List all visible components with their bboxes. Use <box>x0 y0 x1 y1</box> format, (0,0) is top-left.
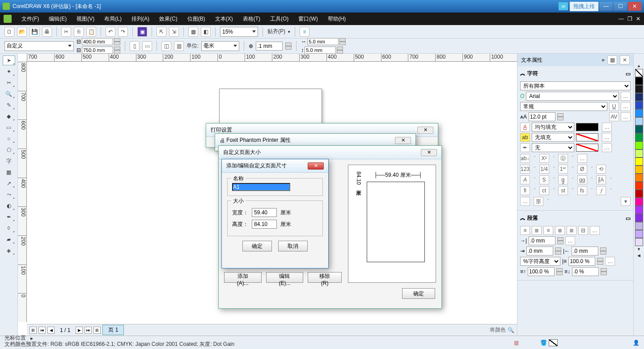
cloud-upload-button[interactable]: ∞ <box>559 2 568 10</box>
align-more-button[interactable]: … <box>590 226 600 235</box>
dup-y-input[interactable] <box>305 47 336 54</box>
char-bg-swatch[interactable] <box>576 133 598 141</box>
pick-tool[interactable]: ➤ <box>3 55 15 65</box>
glyph-more-button[interactable]: … <box>520 197 530 206</box>
drag-upload-button[interactable]: 拖拽上传 <box>570 2 598 11</box>
menu-file[interactable]: 文件(F) <box>17 13 43 25</box>
nudge-input[interactable] <box>256 42 283 51</box>
paste-button[interactable]: 📋 <box>86 27 96 37</box>
stylistic-alt-button[interactable]: A <box>520 175 530 184</box>
space-before-input[interactable] <box>528 267 555 276</box>
height-input[interactable] <box>252 220 277 229</box>
cancel-button[interactable]: 取消 <box>278 241 308 251</box>
swatch[interactable] <box>635 157 643 166</box>
kerning-button[interactable]: AV <box>609 112 619 121</box>
last-page-button[interactable]: ⏭ <box>85 327 92 334</box>
ellipse-tool[interactable]: ○ <box>3 134 15 144</box>
zoom-fit-icon[interactable]: 🔍 <box>508 327 514 333</box>
char-outline-swatch[interactable] <box>576 144 598 152</box>
smartfill-tool[interactable]: ◆ <box>3 111 15 121</box>
edit-page-size-button[interactable]: 编辑(E)... <box>266 272 304 283</box>
oldstyle-button[interactable]: 123 <box>520 165 530 174</box>
add-edit-close-button[interactable]: ✕ <box>308 162 324 170</box>
numeral-more-button[interactable]: ⟲ <box>596 165 606 174</box>
align-justify-button[interactable]: ≣ <box>555 226 565 235</box>
char-fill-select[interactable]: 均匀填充 <box>532 123 574 132</box>
swatch[interactable] <box>635 238 643 246</box>
ordinal-button[interactable]: 1ˢᵗ <box>558 165 568 174</box>
width-input[interactable] <box>252 208 277 217</box>
app-launcher-button[interactable]: ▦ <box>188 27 198 37</box>
palette-expand-button[interactable]: ◀ <box>635 252 643 259</box>
menu-edit[interactable]: 编辑(E) <box>44 13 71 25</box>
ligature-st-button[interactable]: st <box>558 186 568 195</box>
swatch[interactable] <box>635 230 643 238</box>
swatch[interactable] <box>635 77 643 85</box>
mdi-restore-icon[interactable]: ❐ <box>627 16 632 22</box>
char-bg-more-button[interactable]: … <box>602 133 612 142</box>
new-button[interactable]: 🗋 <box>4 27 14 37</box>
maximize-button[interactable]: ☐ <box>614 2 627 11</box>
eyedropper-tool[interactable]: ✒ <box>3 212 15 222</box>
printer-props-close-button[interactable]: ✕ <box>395 137 411 144</box>
menu-table[interactable]: 表格(T) <box>238 13 265 25</box>
ligature-ct-button[interactable]: ct <box>539 186 549 195</box>
docker-close-button[interactable]: ✕ <box>620 55 630 64</box>
app-menu-icon[interactable] <box>4 15 12 23</box>
menu-window[interactable]: 窗口(W) <box>294 13 322 25</box>
snap-dropdown[interactable]: 贴齐(P) <box>267 28 285 35</box>
char-bg-select[interactable]: 无填充 <box>532 133 574 142</box>
units-combo[interactable]: 毫米 <box>201 41 239 51</box>
char-fill-swatch[interactable] <box>576 123 598 131</box>
connector-tool[interactable]: ⤳ <box>3 190 15 200</box>
print-button[interactable]: 🖶 <box>42 27 52 37</box>
swatch[interactable] <box>635 93 643 101</box>
lineheight-mode-select[interactable]: %字符高度 <box>520 257 560 266</box>
align-left-button[interactable]: ≡ <box>520 226 530 235</box>
swatch[interactable] <box>635 101 643 109</box>
export-button[interactable]: ⇱ <box>157 27 166 37</box>
ok-button[interactable]: 确定 <box>242 241 272 251</box>
minimize-button[interactable]: — <box>599 2 613 11</box>
lineheight-input[interactable] <box>568 257 595 266</box>
underline-button[interactable]: U <box>609 102 619 111</box>
all-pages-button[interactable]: ◫ <box>161 41 171 51</box>
page-width-input[interactable] <box>82 38 113 45</box>
smallcaps-more-button[interactable]: … <box>577 154 587 163</box>
swatch[interactable] <box>635 198 643 206</box>
indent-left-input[interactable] <box>529 236 555 245</box>
docker-dock-button[interactable]: ▦ <box>607 55 617 64</box>
align-center-button[interactable]: ≣ <box>532 226 542 235</box>
page-height-input[interactable] <box>82 47 113 54</box>
section-para-help-icon[interactable]: ▭ <box>626 215 631 221</box>
zoom-tool[interactable]: 🔍 <box>3 89 15 99</box>
menu-text[interactable]: 文本(X) <box>211 13 237 25</box>
publish-button[interactable]: ⇲ <box>169 27 179 37</box>
docker-more-icon[interactable]: » <box>602 57 605 63</box>
swatch[interactable] <box>635 214 643 222</box>
indent-more-button[interactable]: … <box>565 236 575 245</box>
swatch[interactable] <box>635 133 643 141</box>
open-button[interactable]: 📂 <box>17 27 27 37</box>
menu-arrange[interactable]: 排列(A) <box>127 13 154 25</box>
snap-indicator-icon[interactable]: ▦ <box>514 340 519 346</box>
fill-tool[interactable]: ▰ <box>3 234 15 244</box>
slashed-zero-button[interactable]: Ø <box>577 165 587 174</box>
align-force-button[interactable]: ≣ <box>567 226 576 235</box>
script-select[interactable]: 所有脚本 <box>520 81 631 90</box>
lineheight-more-button[interactable]: … <box>605 257 615 266</box>
print-setup-close-button[interactable]: ✕ <box>417 127 433 134</box>
add-page-after-button[interactable]: ⊞ <box>93 327 101 334</box>
polygon-tool[interactable]: ⬠ <box>3 145 15 155</box>
remove-page-size-button[interactable]: 移除(R) <box>308 272 342 283</box>
welcome-button[interactable]: ◧ <box>201 27 211 37</box>
interactive-fill-tool[interactable]: ◈ <box>3 246 15 255</box>
swatch[interactable] <box>635 166 643 174</box>
cut-button[interactable]: ✂ <box>61 27 71 37</box>
ligature-f-button[interactable]: 𝑓 <box>596 186 606 195</box>
swatch[interactable] <box>635 174 643 182</box>
crop-tool[interactable]: ✂ <box>3 78 15 88</box>
collapse-icon[interactable]: ︽ <box>520 70 525 77</box>
char-outline-more-button[interactable]: … <box>602 143 612 152</box>
current-page-button[interactable]: ▥ <box>174 41 184 51</box>
